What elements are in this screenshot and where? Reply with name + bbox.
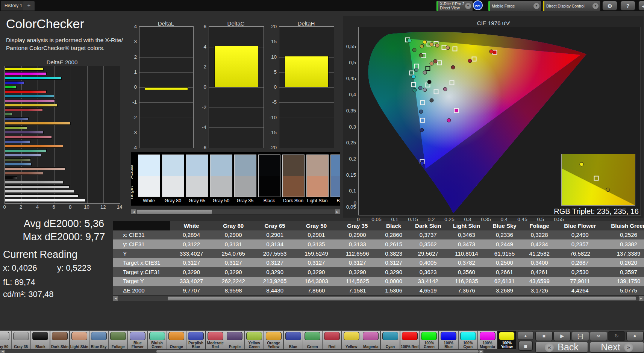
meter-dropdown[interactable]: X-Rite i1Pro 2 Direct View ▼ xyxy=(436,1,473,11)
scroll-right-icon[interactable]: ▶ xyxy=(479,350,483,353)
deltac-chart xyxy=(209,26,264,148)
patch-button-100-blue[interactable]: 100% Blue xyxy=(439,331,458,349)
cie-measured-marker xyxy=(430,42,434,46)
scrollbar-thumb[interactable] xyxy=(137,210,212,214)
record-button[interactable]: ● xyxy=(626,331,644,341)
patch-button-gray-35[interactable]: Gray 35 xyxy=(11,331,30,349)
stop-button[interactable]: ■ xyxy=(535,331,553,341)
patch-button-blue[interactable]: Blue xyxy=(283,331,303,349)
patch-button-orange-yellow[interactable]: Orange Yellow xyxy=(264,331,283,349)
table-cell: 262,2242 xyxy=(212,277,254,286)
cie-target-marker xyxy=(437,61,442,65)
settings-button[interactable]: ⚙ xyxy=(602,1,617,11)
patch-button-blue-sky[interactable]: Blue Sky xyxy=(89,331,108,349)
patch-button-purple[interactable]: Purple xyxy=(225,331,244,349)
refresh-button[interactable]: ↻ xyxy=(608,331,625,341)
current-reading-y: y: 0,5223 xyxy=(57,263,91,273)
current-reading-fl: fL: 89,74 xyxy=(3,277,35,287)
table-cell: 0,3473 xyxy=(447,239,486,249)
table-cell: 159,5249 xyxy=(295,249,337,258)
scroll-right-icon[interactable]: ▶ xyxy=(335,209,340,214)
table-cell: 0,2901 xyxy=(254,230,295,240)
pattern-list-up-button[interactable]: ▲ xyxy=(518,331,533,340)
table-cell: 7,1581 xyxy=(337,286,378,295)
scrollbar-thumb[interactable] xyxy=(168,297,636,300)
patch-button-100-red[interactable]: 100% Red xyxy=(400,331,419,349)
scroll-right-icon[interactable]: ▶ xyxy=(639,296,644,301)
patch-button-foliage[interactable]: Foliage xyxy=(108,331,127,349)
display-control-dropdown[interactable]: Direct Display Control ▼ xyxy=(542,1,600,11)
scroll-left-icon[interactable]: ◀ xyxy=(0,350,5,353)
patch-button-label: Light Skin xyxy=(70,345,89,349)
patch-button-green[interactable]: Green xyxy=(303,331,322,349)
play-icon: ▶ xyxy=(560,333,564,339)
patch-button-moderate-red[interactable]: Moderate Red xyxy=(206,331,225,349)
patch-button-orange[interactable]: Orange xyxy=(167,331,186,349)
deltae-x-tick: 14 xyxy=(117,204,122,210)
continuous-button[interactable]: ∞ xyxy=(590,331,607,341)
swatch-strip-scrollbar[interactable]: ◀ ▶ xyxy=(131,209,340,215)
cie-target-marker xyxy=(433,89,438,94)
patch-button-cyan[interactable]: Cyan xyxy=(380,331,400,349)
patch-color-chip xyxy=(110,332,126,340)
collapse-panel-button[interactable]: ◀ xyxy=(638,1,644,11)
page-subtitle: Display analysis is performed with the X… xyxy=(6,36,127,52)
patch-color-chip xyxy=(499,332,515,340)
patch-button-purplish-blue[interactable]: Purplish Blue xyxy=(186,331,205,349)
source-dropdown[interactable]: Mobile Forge ▼ xyxy=(488,1,541,11)
current-reading-x: x: 0,4026 xyxy=(3,263,37,273)
add-tab-button[interactable]: + xyxy=(23,1,35,11)
tab-history-1[interactable]: History 1 xyxy=(1,1,26,11)
swatch-target xyxy=(211,176,232,197)
gridline xyxy=(139,57,193,58)
deltae-bar-blue-flower xyxy=(5,154,41,157)
table-cell: 0,3290 xyxy=(170,267,213,277)
next-button[interactable]: Next » xyxy=(590,342,644,353)
patch-button-gray-50[interactable]: Gray 50 xyxy=(0,331,11,349)
scroll-left-icon[interactable]: ◀ xyxy=(113,296,118,301)
deltae-x-tick: 0 xyxy=(3,204,6,210)
patch-button-100-green[interactable]: 100% Green xyxy=(419,331,438,349)
toolbar-scrollbar[interactable]: ◀ ▶ xyxy=(0,350,484,353)
dl-y-tick: 4 xyxy=(126,24,137,29)
swatch-target xyxy=(162,176,184,197)
step-button[interactable]: [–] xyxy=(572,331,589,341)
deltae-bar-green xyxy=(5,113,12,116)
calman-colorchecker-window: History 1 + X-Rite i1Pro 2 Direct View ▼… xyxy=(0,0,644,353)
gridline xyxy=(279,133,334,133)
gridline xyxy=(279,87,334,88)
patch-button-magenta[interactable]: Magenta xyxy=(361,331,380,349)
patch-button-yellow[interactable]: Yellow xyxy=(342,331,361,349)
scrollbar-thumb[interactable] xyxy=(156,350,479,353)
patch-button-light-skin[interactable]: Light Skin xyxy=(70,331,89,349)
scroll-left-icon[interactable]: ◀ xyxy=(131,209,136,214)
row-label: Target Y xyxy=(121,277,170,286)
patch-button-label: 100% Cyan xyxy=(459,341,477,349)
play-button[interactable]: ▶ xyxy=(553,331,571,341)
patch-button-100-yellow[interactable]: 100% Yellow xyxy=(497,331,516,349)
help-button[interactable]: ? xyxy=(620,1,635,11)
table-cell: 0,2901 xyxy=(295,230,337,240)
patch-button-dark-skin[interactable]: Dark Skin xyxy=(50,331,69,349)
source-status-bar xyxy=(488,1,490,11)
patch-button-100-cyan[interactable]: 100% Cyan xyxy=(458,331,477,349)
table-scrollbar[interactable]: ◀ ▶ xyxy=(113,296,644,301)
patch-button-yellow-green[interactable]: Yellow Green xyxy=(244,331,264,349)
patch-button-label: Gray 35 xyxy=(12,345,30,349)
patch-button-red[interactable]: Red xyxy=(322,331,341,349)
patch-button-bluish-green[interactable]: Bluish Green xyxy=(147,331,167,349)
pattern-window-button[interactable]: ■ xyxy=(518,341,533,351)
patch-button-100-magenta[interactable]: 100% Magenta xyxy=(478,331,497,349)
gridline xyxy=(139,118,193,118)
cie-1976-panel: CIE 1976 u'v' xyxy=(343,16,644,218)
deltae-bar-white xyxy=(5,199,85,202)
patch-button-black[interactable]: Black xyxy=(30,331,50,349)
deltae-bar-100-cyan xyxy=(5,77,62,80)
cie-y-tick: 0,05 xyxy=(343,204,356,210)
back-button[interactable]: « Back xyxy=(535,342,588,353)
record-icon: ● xyxy=(633,333,636,339)
table-cell: 137,3389 xyxy=(604,249,644,258)
patch-button-blue-flower[interactable]: Blue Flower xyxy=(128,331,147,349)
table-row: Target x:CIE310,31270,31270,31270,31270,… xyxy=(113,258,644,267)
patch-button-label: Foliage xyxy=(109,345,127,349)
